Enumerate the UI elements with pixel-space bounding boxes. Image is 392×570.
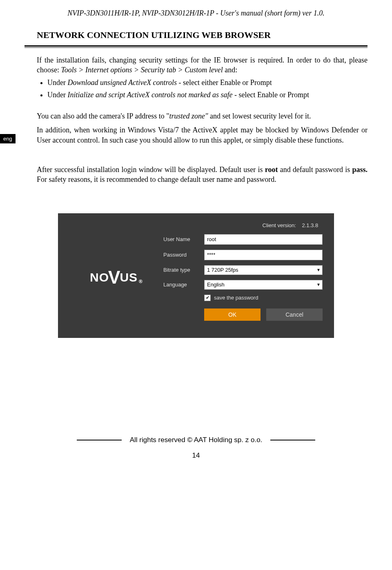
- text: After successful installation login wind…: [37, 165, 265, 174]
- body-text: If the installation fails, changing secu…: [37, 55, 368, 185]
- logo-text: V: [108, 270, 120, 284]
- chevron-down-icon: ▼: [316, 268, 321, 272]
- language-tab: eng: [0, 134, 16, 143]
- text-italic: Download unsigned ActiveX controls: [67, 78, 176, 87]
- chevron-down-icon: ▼: [316, 282, 321, 287]
- bitrate-select[interactable]: 1 720P 25fps ▼: [204, 265, 323, 275]
- bullet-item: Under Initialize and script ActiveX cont…: [47, 90, 368, 100]
- text: and:: [225, 66, 237, 74]
- bitrate-label: Bitrate type: [163, 267, 204, 273]
- footer-text: All rights reserved © AAT Holding sp. z …: [130, 436, 263, 444]
- logo-text: NO: [90, 270, 109, 284]
- save-password-label: save the password: [214, 295, 258, 301]
- ok-button[interactable]: OK: [204, 308, 261, 321]
- text: Under: [47, 78, 67, 87]
- language-value: English: [207, 282, 225, 288]
- text: and set lowest security level for it.: [208, 112, 311, 120]
- password-label: Password: [163, 252, 204, 258]
- doc-header: NVIP-3DN3011H/IR-1P, NVIP-3DN3012H/IR-1P…: [24, 9, 368, 18]
- text: - select either Enable or Prompt: [177, 78, 272, 87]
- text-italic: trusted zone": [169, 112, 208, 120]
- footer-bar: [77, 440, 122, 440]
- cancel-button[interactable]: Cancel: [266, 308, 323, 321]
- save-password-checkbox[interactable]: ✔: [204, 295, 211, 301]
- text: You can also add the camera's IP address…: [37, 112, 169, 120]
- text: For safety reasons, it is recommended to…: [37, 175, 276, 183]
- section-title: NETWORK CONNECTION UTILIZING WEB BROWSER: [37, 30, 368, 40]
- page-number: 14: [0, 452, 392, 464]
- text-italic: Initialize and script ActiveX controls n…: [67, 91, 232, 99]
- bitrate-value: 1 720P 25fps: [207, 267, 238, 273]
- text: - select Enable or Prompt: [232, 91, 309, 99]
- client-version-value: 2.1.3.8: [302, 222, 318, 228]
- text-italic: Tools > Internet options > Security tab …: [61, 66, 225, 74]
- logo-reg: ®: [139, 279, 143, 284]
- novus-logo: NOVUS®: [90, 270, 143, 284]
- language-label: Language: [163, 282, 204, 288]
- logo-text: US: [120, 270, 138, 284]
- text: Under: [47, 91, 67, 99]
- username-input[interactable]: [204, 234, 323, 245]
- username-label: User Name: [163, 236, 204, 242]
- divider: [24, 45, 368, 48]
- client-version-label: Client version:: [263, 222, 296, 228]
- footer-bar: [270, 440, 315, 440]
- login-dialog: Client version: 2.1.3.8 NOVUS® User Name…: [58, 213, 334, 338]
- text: and default password is: [278, 165, 352, 174]
- paragraph: In addition, when working in Windows Vis…: [37, 125, 368, 145]
- text-bold: pass.: [352, 165, 368, 174]
- text-bold: root: [265, 165, 278, 174]
- bullet-item: Under Download unsigned ActiveX controls…: [47, 78, 368, 87]
- password-input[interactable]: [204, 250, 323, 260]
- language-select[interactable]: English ▼: [204, 280, 323, 290]
